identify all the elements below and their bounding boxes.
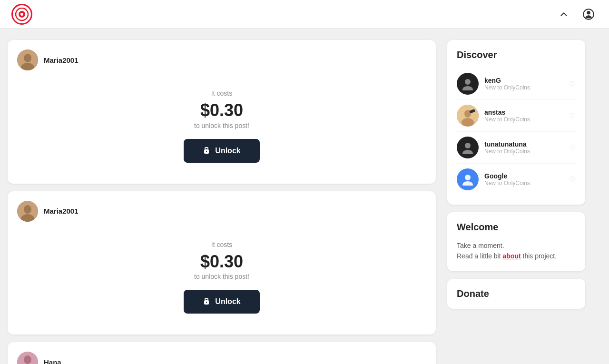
welcome-text-line2: Read a little bit <box>457 252 503 260</box>
logo-icon <box>15 8 29 21</box>
post-card-1: Maria2001 It costs $0.30 to unlock this … <box>8 40 436 184</box>
feed-column: Maria2001 It costs $0.30 to unlock this … <box>8 40 436 364</box>
person-icon-google <box>462 173 474 186</box>
logo <box>11 4 32 25</box>
discover-avatar-tuna <box>457 137 479 158</box>
discover-sub-keng: New to OnlyCoins <box>484 84 563 91</box>
main-layout: Maria2001 It costs $0.30 to unlock this … <box>0 29 609 364</box>
post-card-3: Hana <box>8 342 436 364</box>
svg-point-18 <box>465 79 471 85</box>
discover-name-keng: kenG <box>484 77 563 84</box>
lock-icon-1 <box>203 146 210 156</box>
header-actions <box>556 5 598 23</box>
discover-info-keng: kenG New to OnlyCoins <box>484 77 563 91</box>
svg-point-6 <box>24 54 31 62</box>
post-author-3: Hana <box>17 352 426 364</box>
discover-sub-tuna: New to OnlyCoins <box>484 148 563 155</box>
svg-point-19 <box>462 86 473 90</box>
it-costs-label-1: It costs <box>211 89 232 97</box>
post-price-2: $0.30 <box>200 252 243 271</box>
lock-svg-1 <box>203 146 210 154</box>
person-icon-keng <box>461 77 474 90</box>
lock-icon-2 <box>203 296 210 307</box>
discover-avatar-keng <box>457 73 479 95</box>
svg-point-4 <box>587 10 590 14</box>
post-author-1: Maria2001 <box>17 49 426 70</box>
discover-item-keng: kenG New to OnlyCoins ♡ <box>457 68 576 100</box>
discover-name-tuna: tunatunatuna <box>484 140 563 148</box>
unlock-button-1[interactable]: Unlock <box>184 139 259 163</box>
donate-card: Donate <box>447 279 585 309</box>
author-name-3: Hana <box>44 358 61 364</box>
discover-heart-tuna[interactable]: ♡ <box>569 143 576 152</box>
discover-avatar-google <box>457 168 479 190</box>
donate-title: Donate <box>457 288 576 299</box>
svg-point-26 <box>465 175 471 180</box>
unlock-label-2: Unlock <box>215 297 240 306</box>
welcome-about-link[interactable]: about <box>503 252 521 260</box>
discover-sub-anstas: New to OnlyCoins <box>484 116 563 123</box>
avatar-image-1 <box>17 49 38 70</box>
unlock-label-1: Unlock <box>215 147 240 155</box>
discover-info-google: Google New to OnlyCoins <box>484 172 563 187</box>
app-header <box>0 0 609 29</box>
discover-card: Discover kenG New to OnlyCoins ♡ <box>447 40 585 205</box>
discover-sub-google: New to OnlyCoins <box>484 180 563 187</box>
sidebar-column: Discover kenG New to OnlyCoins ♡ <box>447 40 585 364</box>
discover-name-google: Google <box>484 172 563 180</box>
svg-point-27 <box>462 181 473 186</box>
discover-item-tuna: tunatunatuna New to OnlyCoins ♡ <box>457 132 576 164</box>
discover-title: Discover <box>457 49 576 60</box>
post-locked-1: It costs $0.30 to unlock this post! Unlo… <box>17 78 426 174</box>
discover-item-anstas: anstas New to OnlyCoins ♡ <box>457 100 576 132</box>
discover-name-anstas: anstas <box>484 108 563 116</box>
svg-point-24 <box>465 143 471 148</box>
profile-icon <box>582 8 595 20</box>
unlock-button-2[interactable]: Unlock <box>184 290 259 314</box>
post-price-1: $0.30 <box>200 101 243 120</box>
avatar-image-2 <box>17 201 38 222</box>
to-unlock-label-2: to unlock this post! <box>194 273 249 280</box>
home-icon <box>559 9 569 20</box>
home-button[interactable] <box>556 6 572 22</box>
avatar-image-3 <box>17 352 38 364</box>
to-unlock-label-1: to unlock this post! <box>194 122 249 129</box>
welcome-text-line3: this project. <box>521 252 557 260</box>
welcome-text: Take a moment. Read a little bit about t… <box>457 240 576 262</box>
discover-info-anstas: anstas New to OnlyCoins <box>484 108 563 123</box>
discover-avatar-anstas <box>457 105 479 127</box>
avatar-anstas <box>457 105 479 127</box>
author-avatar-2 <box>17 201 38 222</box>
person-icon-tuna <box>461 141 474 154</box>
author-avatar-3 <box>17 352 38 364</box>
svg-rect-9 <box>206 151 207 152</box>
author-name-1: Maria2001 <box>44 56 79 64</box>
welcome-card: Welcome Take a moment. Read a little bit… <box>447 212 585 271</box>
discover-heart-anstas[interactable]: ♡ <box>569 111 576 120</box>
lock-svg-2 <box>203 296 210 305</box>
discover-heart-keng[interactable]: ♡ <box>569 79 576 89</box>
welcome-title: Welcome <box>457 222 576 233</box>
profile-button[interactable] <box>580 5 598 23</box>
post-card-2: Maria2001 It costs $0.30 to unlock this … <box>8 191 436 335</box>
svg-point-11 <box>24 205 31 214</box>
author-avatar-1 <box>17 49 38 70</box>
logo-circle <box>11 4 32 25</box>
svg-point-22 <box>462 118 474 127</box>
it-costs-label-2: It costs <box>211 241 232 248</box>
discover-info-tuna: tunatunatuna New to OnlyCoins <box>484 140 563 155</box>
discover-item-google: Google New to OnlyCoins ♡ <box>457 164 576 195</box>
svg-rect-14 <box>206 302 207 303</box>
welcome-text-line1: Take a moment. <box>457 242 504 249</box>
post-author-2: Maria2001 <box>17 201 426 222</box>
svg-point-2 <box>20 13 23 16</box>
svg-point-16 <box>24 355 31 364</box>
discover-heart-google[interactable]: ♡ <box>569 175 576 184</box>
svg-point-25 <box>462 150 473 154</box>
post-locked-2: It costs $0.30 to unlock this post! Unlo… <box>17 229 426 325</box>
author-name-2: Maria2001 <box>44 207 79 215</box>
